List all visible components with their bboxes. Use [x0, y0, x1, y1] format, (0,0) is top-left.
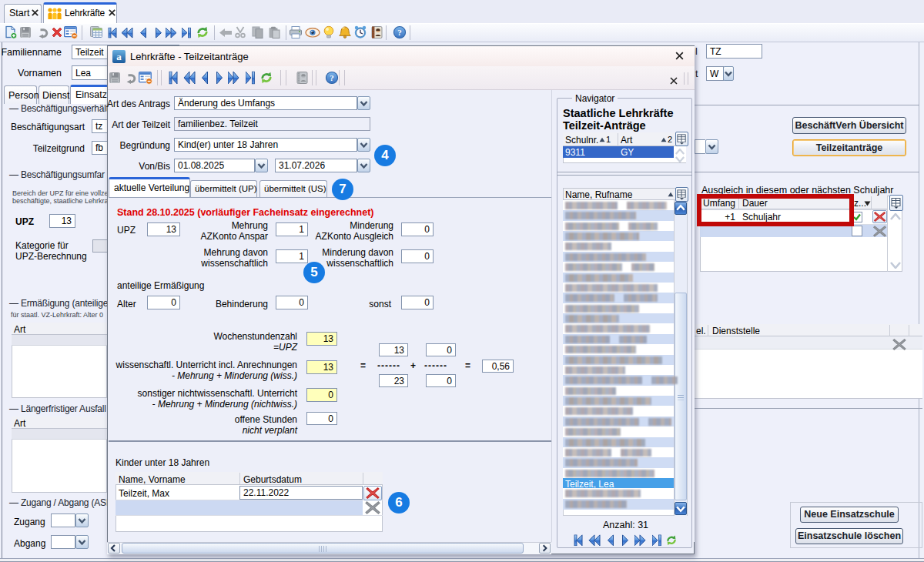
svg-text:?: ?: [330, 73, 333, 82]
svg-text:?: ?: [397, 28, 401, 37]
